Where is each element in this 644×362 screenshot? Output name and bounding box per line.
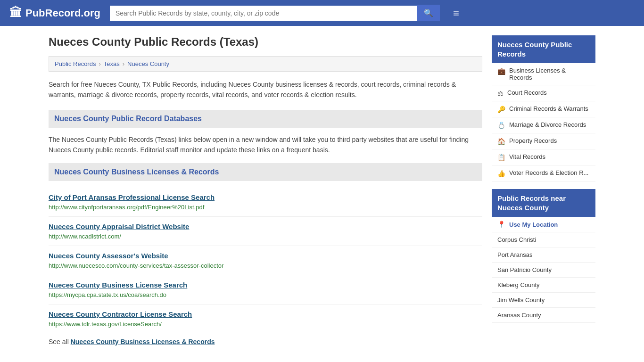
hamburger-icon: ≡ [453, 7, 459, 19]
sidebar-item-label: Marriage & Divorce Records [509, 121, 586, 128]
breadcrumb-sep-2: › [123, 60, 124, 67]
sidebar-item-label: Vital Records [509, 153, 545, 160]
nearby-item-jim-wells[interactable]: Jim Wells County [492, 293, 595, 308]
record-item: Nueces County Contractor License Search … [49, 304, 482, 333]
record-url[interactable]: http://www.nuecesco.com/county-services/… [49, 262, 223, 269]
ring-icon: 💍 [497, 122, 505, 129]
scales-icon: ⚖ [497, 90, 504, 97]
see-all-business: See all Nueces County Business Licenses … [49, 338, 482, 346]
sidebar-item-label: Property Records [509, 137, 557, 144]
nearby-use-location[interactable]: 📍 Use My Location [492, 217, 595, 232]
search-container: 🔍 [110, 5, 440, 21]
nearby-item-label: San Patricio County [497, 266, 552, 273]
key-icon: 🔑 [497, 106, 505, 113]
breadcrumb-public-records[interactable]: Public Records [55, 60, 96, 67]
record-title[interactable]: Nueces County Contractor License Search [49, 310, 192, 318]
sidebar-item-criminal[interactable]: 🔑 Criminal Records & Warrants [492, 101, 595, 117]
record-item: Nueces County Assessor's Website http://… [49, 246, 482, 275]
sidebar: Nueces County Public Records 💼 Business … [492, 35, 595, 346]
sidebar-item-label: Voter Records & Election R... [509, 169, 588, 176]
search-icon: 🔍 [424, 9, 433, 17]
site-header: 🏛 PubRecord.org 🔍 ≡ [0, 0, 644, 26]
clipboard-icon: 📋 [497, 154, 505, 161]
sidebar-nearby-section: Public Records near Nueces County 📍 Use … [492, 189, 595, 323]
briefcase-icon: 💼 [497, 67, 505, 75]
record-url[interactable]: https://www.tdlr.texas.gov/LicenseSearch… [49, 321, 162, 328]
nearby-item-label: Kleberg County [497, 281, 540, 288]
databases-section-desc: The Nueces County Public Records (Texas)… [49, 134, 482, 156]
nearby-item-aransas[interactable]: Aransas County [492, 308, 595, 323]
record-title[interactable]: City of Port Aransas Professional Licens… [49, 193, 215, 201]
location-pin-icon: 📍 [497, 221, 505, 228]
record-title[interactable]: Nueces County Assessor's Website [49, 252, 168, 260]
sidebar-item-label: Criminal Records & Warrants [509, 105, 588, 112]
sidebar-item-property[interactable]: 🏠 Property Records [492, 133, 595, 149]
sidebar-item-business[interactable]: 💼 Business Licenses & Records [492, 63, 595, 85]
menu-button[interactable]: ≡ [453, 7, 459, 19]
intro-text: Search for free Nueces County, TX Public… [49, 79, 482, 100]
breadcrumb-nueces-county[interactable]: Nueces County [127, 60, 169, 67]
record-url[interactable]: http://www.ncadistrict.com/ [49, 233, 121, 240]
sidebar-item-label: Court Records [507, 89, 547, 96]
sidebar-item-voter[interactable]: 👍 Voter Records & Election R... [492, 165, 595, 181]
sidebar-main-section: Nueces County Public Records 💼 Business … [492, 35, 595, 181]
nearby-item-kleberg[interactable]: Kleberg County [492, 278, 595, 293]
record-url[interactable]: https://mycpa.cpa.state.tx.us/coa/search… [49, 291, 166, 298]
record-item: Nueces County Appraisal District Website… [49, 217, 482, 246]
nearby-item-label: Corpus Christi [497, 236, 536, 243]
record-item: City of Port Aransas Professional Licens… [49, 188, 482, 217]
record-url[interactable]: http://www.cityofportaransas.org/pdf/Eng… [49, 204, 204, 211]
record-title[interactable]: Nueces County Business License Search [49, 281, 187, 289]
business-section-header: Nueces County Business Licenses & Record… [49, 163, 482, 181]
main-container: Nueces County Public Records (Texas) Pub… [39, 26, 605, 355]
home-icon: 🏠 [497, 138, 505, 145]
nearby-item-corpus-christi[interactable]: Corpus Christi [492, 232, 595, 247]
search-input[interactable] [110, 6, 417, 21]
record-item: Nueces County Business License Search ht… [49, 275, 482, 304]
search-button[interactable]: 🔍 [417, 5, 440, 21]
breadcrumb: Public Records › Texas › Nueces County [49, 56, 482, 72]
main-content: Nueces County Public Records (Texas) Pub… [49, 35, 482, 346]
sidebar-item-label: Business Licenses & Records [509, 67, 590, 81]
nearby-item-label: Jim Wells County [497, 296, 545, 304]
sidebar-item-vital[interactable]: 📋 Vital Records [492, 149, 595, 165]
page-title: Nueces County Public Records (Texas) [49, 35, 482, 49]
nearby-item-label: Port Aransas [497, 251, 532, 258]
breadcrumb-texas[interactable]: Texas [104, 60, 120, 67]
sidebar-item-court[interactable]: ⚖ Court Records [492, 85, 595, 101]
databases-section-header: Nueces County Public Record Databases [49, 110, 482, 128]
see-all-link[interactable]: Nueces County Business Licenses & Record… [71, 338, 215, 346]
logo-icon: 🏛 [9, 6, 22, 20]
logo-text: PubRecord.org [25, 7, 100, 19]
sidebar-nearby-title: Public Records near Nueces County [492, 189, 595, 217]
nearby-item-label: Use My Location [509, 221, 558, 228]
sidebar-item-marriage[interactable]: 💍 Marriage & Divorce Records [492, 117, 595, 133]
sidebar-main-title: Nueces County Public Records [492, 35, 595, 63]
breadcrumb-sep-1: › [99, 60, 100, 67]
business-records-list: City of Port Aransas Professional Licens… [49, 188, 482, 333]
nearby-item-label: Aransas County [497, 312, 541, 319]
nearby-item-port-aransas[interactable]: Port Aransas [492, 247, 595, 263]
site-logo[interactable]: 🏛 PubRecord.org [9, 6, 100, 20]
record-title[interactable]: Nueces County Appraisal District Website [49, 222, 189, 230]
nearby-item-san-patricio[interactable]: San Patricio County [492, 263, 595, 278]
thumbsup-icon: 👍 [497, 170, 505, 177]
